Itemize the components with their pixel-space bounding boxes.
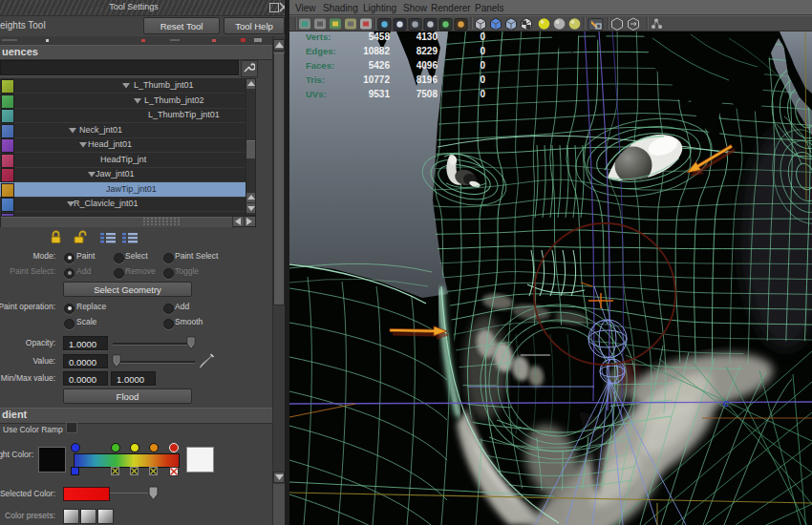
svg-text:Show: Show bbox=[403, 3, 428, 13]
svg-text:Faces:: Faces: bbox=[306, 60, 334, 71]
svg-text:4130: 4130 bbox=[417, 32, 438, 42]
svg-text:Edges:: Edges: bbox=[306, 46, 336, 56]
svg-text:10772: 10772 bbox=[363, 74, 390, 85]
svg-text:0: 0 bbox=[480, 46, 485, 56]
svg-text:Shading: Shading bbox=[323, 3, 358, 13]
svg-text:9531: 9531 bbox=[369, 89, 391, 99]
svg-text:Panels: Panels bbox=[475, 3, 504, 13]
svg-text:5426: 5426 bbox=[369, 60, 391, 71]
svg-text:Verts:: Verts: bbox=[306, 32, 331, 42]
svg-text:Lighting: Lighting bbox=[363, 3, 396, 13]
svg-text:View: View bbox=[295, 3, 316, 13]
svg-text:UVs:: UVs: bbox=[306, 89, 327, 99]
svg-text:0: 0 bbox=[480, 60, 485, 71]
svg-text:5458: 5458 bbox=[369, 32, 391, 42]
svg-text:0: 0 bbox=[480, 74, 485, 85]
svg-text:4096: 4096 bbox=[417, 60, 438, 71]
svg-text:Tris:: Tris: bbox=[306, 74, 325, 85]
svg-text:7508: 7508 bbox=[417, 89, 438, 99]
svg-text:10882: 10882 bbox=[363, 46, 390, 56]
svg-text:c: c bbox=[723, 397, 729, 409]
svg-text:8229: 8229 bbox=[417, 46, 438, 56]
svg-text:8196: 8196 bbox=[417, 74, 438, 85]
svg-text:0: 0 bbox=[480, 32, 485, 42]
svg-text:0: 0 bbox=[480, 89, 485, 99]
svg-text:Renderer: Renderer bbox=[431, 3, 471, 13]
